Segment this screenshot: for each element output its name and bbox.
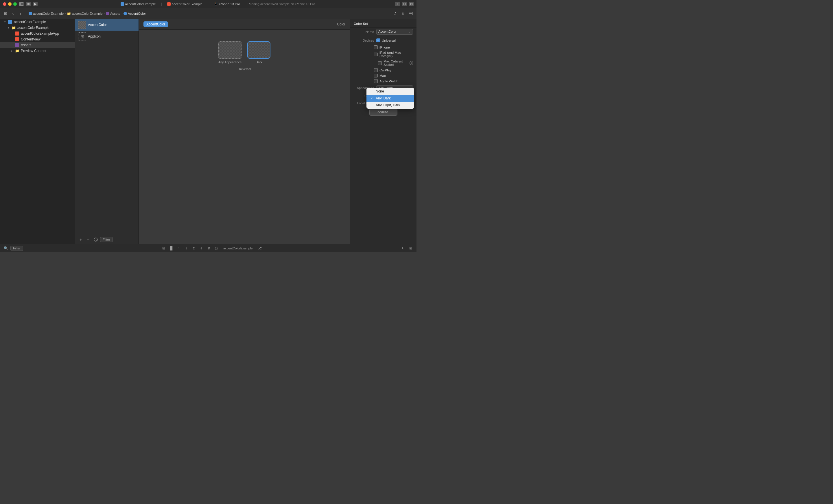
traffic-lights: [3, 2, 17, 6]
breadcrumb-project[interactable]: accentColorExample: [29, 12, 64, 15]
asset-appicon-label: AppIcon: [88, 34, 101, 39]
info-icon[interactable]: i: [409, 61, 413, 65]
sidebar-item-preview[interactable]: ▸ 📁 Preview Content: [0, 48, 75, 54]
maximize-button[interactable]: [13, 2, 17, 6]
download-icon[interactable]: ↧: [198, 245, 204, 251]
asset-item-appicon[interactable]: ⊞ AppIcon: [75, 31, 139, 42]
asset-bottom-bar: + − Filter: [75, 235, 139, 244]
device-ipad-row[interactable]: iPad (and Mac Catalyst): [350, 50, 416, 59]
iphone-checkbox[interactable]: [374, 45, 378, 49]
universal-checkbox[interactable]: [376, 39, 380, 42]
sidebar-item-contentview[interactable]: ▾ ContentView: [0, 36, 75, 42]
debug-icon[interactable]: ▐▌: [168, 245, 174, 251]
window-layout-icon[interactable]: ⊟: [402, 2, 407, 6]
appearance-dropdown: None ✓ Any, Dark Any, Light, Dark: [366, 88, 414, 109]
breadcrumb-sep-3: ›: [121, 12, 122, 15]
location-icon[interactable]: ◎: [213, 245, 219, 251]
add-asset-button[interactable]: +: [77, 236, 84, 243]
universal-label: Universal: [238, 67, 251, 71]
nav-back-button[interactable]: ‹: [10, 10, 16, 17]
asset-item-accentcolor[interactable]: AccentColor: [75, 19, 139, 31]
sidebar-item-app[interactable]: ▾ accentColorExampleApp: [0, 31, 75, 36]
up-icon[interactable]: ↑: [176, 245, 182, 251]
assets-icon: [15, 43, 19, 47]
refresh-icon[interactable]: ↺: [391, 10, 398, 17]
statusbar-filter-icon[interactable]: 🔍: [3, 245, 9, 251]
breadcrumb-group[interactable]: 📁 accentColorExample: [67, 11, 102, 16]
name-input[interactable]: AccentColor ⌄: [376, 29, 413, 35]
statusbar-filter-input[interactable]: Filter: [10, 246, 23, 251]
breadcrumb-assets[interactable]: Assets: [106, 12, 120, 15]
grid-view-icon[interactable]: ⊞: [2, 10, 9, 17]
sidebar: ▾ accentColorExample ▾ 📁 accentColorExam…: [0, 19, 75, 244]
watch-checkbox[interactable]: [374, 79, 378, 83]
breadcrumb: accentColorExample › 📁 accentColorExampl…: [29, 11, 146, 16]
tab-device[interactable]: 📱 iPhone 13 Pro: [211, 1, 243, 6]
mac-catalyst-checkbox[interactable]: [378, 61, 382, 65]
breadcrumb-group-label: accentColorExample: [72, 12, 102, 15]
dropdown-item-any-dark[interactable]: ✓ Any, Dark: [366, 95, 414, 102]
remove-asset-button[interactable]: −: [85, 236, 91, 243]
upload-icon[interactable]: ↥: [191, 245, 197, 251]
mac-catalyst-label: Mac Catalyst Scaled: [383, 59, 408, 67]
sidebar-item-project[interactable]: ▾ accentColorExample: [0, 19, 75, 25]
localize-button[interactable]: Localize...: [370, 109, 397, 116]
mac-label: Mac: [379, 74, 386, 77]
split-view-icon[interactable]: ⊞: [26, 2, 31, 6]
dropdown-item-any-light-dark[interactable]: Any, Light, Dark: [366, 102, 414, 109]
app-name-center: accentColorExample: [223, 247, 253, 250]
svg-rect-0: [19, 2, 21, 6]
color-well-row: Any Appearance Dark: [218, 41, 271, 64]
play-button[interactable]: ▶: [33, 2, 38, 6]
tab-project-label: accentColorExample: [125, 2, 156, 6]
people-icon[interactable]: ⊕: [206, 245, 212, 251]
device-mac-catalyst-row[interactable]: Mac Catalyst Scaled i: [350, 59, 416, 67]
sidebar-toggle-icon[interactable]: [19, 2, 24, 6]
tab-project[interactable]: accentColorExample: [118, 2, 159, 6]
swift-icon: [167, 2, 171, 6]
filter-input[interactable]: Filter: [100, 237, 113, 242]
mac-checkbox[interactable]: [374, 74, 378, 77]
ipad-checkbox[interactable]: [374, 53, 378, 56]
sidebar-item-assets[interactable]: ▾ Assets: [0, 42, 75, 48]
device-universal-row[interactable]: Universal: [376, 37, 413, 43]
color-type-label: Color: [337, 22, 346, 26]
project-icon: [121, 2, 124, 6]
down-icon[interactable]: ↓: [183, 245, 189, 251]
devices-icon[interactable]: ⊞: [408, 245, 413, 251]
structure-view-icon[interactable]: ⊟: [161, 245, 167, 251]
device-watch-row[interactable]: Apple Watch: [350, 78, 416, 84]
device-iphone-row[interactable]: iPhone: [350, 45, 416, 50]
color-well-any[interactable]: [218, 41, 241, 59]
device-mac-row[interactable]: Mac: [350, 73, 416, 78]
breadcrumb-accentcolor[interactable]: AccentColor: [123, 12, 146, 15]
chevron-down-icon: ▾: [3, 21, 6, 23]
dropdown-item-none[interactable]: None: [366, 88, 414, 95]
svg-rect-7: [412, 12, 413, 15]
iphone-label: iPhone: [379, 46, 390, 49]
window-expand-icon[interactable]: ⊠: [409, 2, 413, 6]
accentcolor-tab[interactable]: AccentColor: [143, 21, 168, 27]
sidebar-item-group[interactable]: ▾ 📁 accentColorExample: [0, 25, 75, 31]
project-file-icon: [8, 20, 12, 24]
emoji-icon[interactable]: ☺: [400, 10, 406, 17]
close-button[interactable]: [3, 2, 6, 6]
nav-forward-button[interactable]: ›: [17, 10, 24, 17]
any-appearance-label: Any Appearance: [218, 60, 242, 64]
name-label: Name: [354, 30, 374, 33]
carplay-checkbox[interactable]: [374, 68, 378, 72]
toolbar-separator: [26, 11, 26, 16]
branch-icon[interactable]: ⎇: [257, 245, 263, 251]
inspector-devices-label-row: Devices Universal: [350, 36, 416, 45]
inspector-toggle-icon[interactable]: [408, 10, 414, 17]
tab-swift-label: accentColorExample: [172, 2, 203, 6]
tab-swift[interactable]: accentColorExample: [164, 2, 205, 6]
color-well-dark[interactable]: [247, 41, 270, 59]
add-tab-button[interactable]: +: [395, 2, 400, 6]
device-carplay-row[interactable]: CarPlay: [350, 67, 416, 73]
refresh-icon[interactable]: ↻: [400, 245, 406, 251]
minimize-button[interactable]: [8, 2, 11, 6]
inspector-panel: Color Set Name AccentColor ⌄ Devices Uni…: [350, 19, 416, 244]
color-well-group-universal: Any Appearance Dark Universal: [218, 41, 271, 71]
filter-icon[interactable]: [93, 236, 99, 243]
